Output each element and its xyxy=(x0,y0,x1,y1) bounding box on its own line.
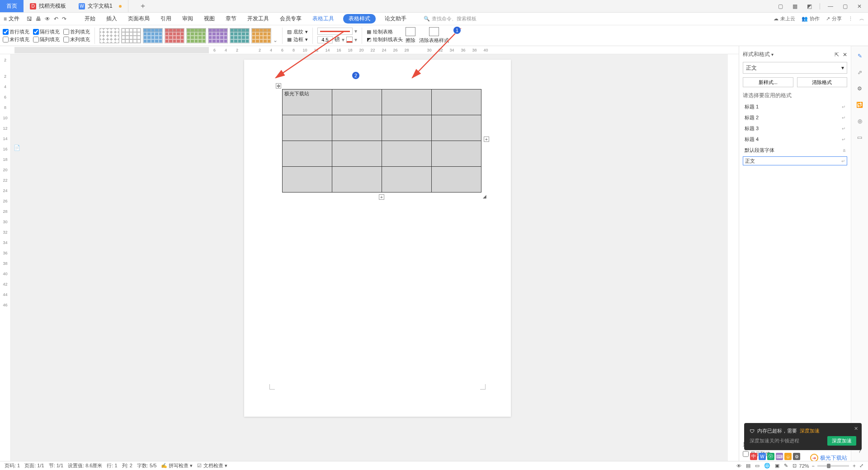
current-style-select[interactable]: 正文 ▾ xyxy=(743,62,847,74)
save-icon[interactable]: 🖫 xyxy=(27,16,32,22)
menu-member[interactable]: 会员专享 xyxy=(278,14,303,24)
style-list-item[interactable]: 默认段落字体a xyxy=(743,146,847,155)
table-cell[interactable] xyxy=(382,115,432,141)
alt-col-fill[interactable]: 隔列填充 xyxy=(33,36,60,43)
status-col[interactable]: 列: 2 xyxy=(122,462,132,469)
more-menu-icon[interactable]: ⋮ xyxy=(848,16,853,22)
status-section[interactable]: 节: 1/1 xyxy=(49,462,63,469)
zoom-fit-icon[interactable]: ⊡ xyxy=(793,463,797,469)
edit-icon[interactable]: ✎ xyxy=(784,463,788,469)
table-add-row-handle[interactable]: + xyxy=(379,194,384,200)
close-button[interactable]: ✕ xyxy=(855,2,863,10)
clear-format-button[interactable]: 清除格式 xyxy=(797,77,848,87)
table-cell[interactable] xyxy=(283,167,332,193)
menu-thesis[interactable]: 论文助手 xyxy=(383,14,408,24)
menu-page-layout[interactable]: 页面布局 xyxy=(126,14,151,24)
shading-button[interactable]: ▨底纹▾ xyxy=(287,28,308,35)
copy-icon[interactable]: 📄 xyxy=(14,145,21,152)
table-cell[interactable] xyxy=(432,89,481,115)
clear-style-button[interactable]: 清除表格样式 xyxy=(419,27,449,44)
table-cell[interactable] xyxy=(332,167,382,193)
table-cell[interactable] xyxy=(283,115,332,141)
menu-devtools[interactable]: 开发工具 xyxy=(245,14,271,24)
last-row-fill[interactable]: 末行填充 xyxy=(3,36,29,43)
style-thumb-green[interactable] xyxy=(186,28,206,43)
table-cell[interactable] xyxy=(432,115,481,141)
table-resize-handle[interactable]: ◢ xyxy=(482,193,487,199)
pen-weight-input[interactable] xyxy=(317,36,333,43)
alt-row-fill[interactable]: 隔行填充 xyxy=(33,28,60,35)
table-cell[interactable] xyxy=(332,115,382,141)
menu-start[interactable]: 开始 xyxy=(83,14,97,24)
chevron-up-icon[interactable]: ︿ xyxy=(859,15,864,22)
table-cell[interactable]: 极光下载站 xyxy=(283,89,332,115)
view-page-icon[interactable]: ▤ xyxy=(746,463,750,469)
style-thumb-orange[interactable] xyxy=(251,28,271,43)
style-thumb-purple[interactable] xyxy=(208,28,228,43)
print-preview-icon[interactable]: 👁 xyxy=(45,16,50,22)
status-page-no[interactable]: 页码: 1 xyxy=(5,462,20,469)
minimize-button[interactable]: — xyxy=(826,2,835,10)
style-list-item[interactable]: 标题 1↵ xyxy=(743,102,847,111)
book-icon[interactable]: ▭ xyxy=(855,133,864,142)
border-button[interactable]: ▦边框▾ xyxy=(287,36,308,43)
view-web-icon[interactable]: 🌐 xyxy=(764,463,770,469)
tab-doc[interactable]: W 文字文稿1 xyxy=(72,0,128,12)
eye-icon[interactable]: 👁 xyxy=(736,463,741,469)
menu-section[interactable]: 章节 xyxy=(224,14,238,24)
status-setval[interactable]: 设置值: 8.6厘米 xyxy=(68,462,102,469)
ime-w-icon[interactable]: W xyxy=(759,453,766,460)
menu-reference[interactable]: 引用 xyxy=(159,14,173,24)
chevron-down-icon[interactable]: ▾ xyxy=(354,28,357,34)
status-doccheck[interactable]: ☑ 文档检查 ▾ xyxy=(197,462,227,469)
tab-add[interactable]: ＋ xyxy=(128,0,157,12)
first-row-fill[interactable]: 首行填充 xyxy=(3,28,29,35)
apps-icon[interactable]: ▦ xyxy=(791,2,799,10)
style-thumb-blue[interactable] xyxy=(143,28,163,43)
chevron-down-icon[interactable]: ▾ xyxy=(342,37,344,43)
zoom-thumb[interactable] xyxy=(827,464,830,468)
undo-icon[interactable]: ↶ xyxy=(54,16,58,22)
draw-table-button[interactable]: ▦绘制表格 xyxy=(367,28,403,35)
document-page[interactable]: ✥ 极光下载站 + + ◢ xyxy=(244,60,511,417)
new-style-button[interactable]: 新样式... xyxy=(743,77,793,87)
target-icon[interactable]: ◎ xyxy=(855,117,864,126)
table-style-gallery[interactable]: ⌄ xyxy=(99,28,278,43)
table-add-col-handle[interactable]: + xyxy=(484,136,489,142)
status-spell[interactable]: ✍ 拼写检查 ▾ xyxy=(161,462,193,469)
cursor-icon[interactable]: ⬀ xyxy=(855,68,864,77)
share-button[interactable]: ↗分享 xyxy=(826,15,842,22)
table-cell[interactable] xyxy=(432,167,481,193)
settings-slider-icon[interactable]: ⚙ xyxy=(855,84,864,93)
zoom-level[interactable]: 72% xyxy=(799,463,809,469)
style-thumb-plain2[interactable] xyxy=(121,28,141,43)
style-thumb-teal[interactable] xyxy=(230,28,250,43)
menu-table-tools[interactable]: 表格工具 xyxy=(311,14,336,24)
ime-set-icon[interactable]: ⚙ xyxy=(793,453,800,460)
table-move-handle[interactable]: ✥ xyxy=(276,83,281,89)
tab-template[interactable]: D 找稻壳模板 xyxy=(24,0,72,12)
ime-kb-icon[interactable]: ⌨ xyxy=(776,453,783,460)
menu-table-style[interactable]: 表格样式 xyxy=(343,14,376,24)
pen-style-select[interactable] xyxy=(317,28,353,35)
redo-icon[interactable]: ↷ xyxy=(62,16,66,22)
cloud-status[interactable]: ☁未上云 xyxy=(774,15,795,22)
last-col-fill[interactable]: 末列填充 xyxy=(63,36,90,43)
status-chars[interactable]: 字数: 5/5 xyxy=(137,462,156,469)
toast-action-button[interactable]: 深度加速 xyxy=(827,436,856,446)
first-col-fill[interactable]: 首列填充 xyxy=(63,28,90,35)
command-search[interactable]: 🔍 查找命令、搜索模板 xyxy=(424,15,476,22)
ruler-horizontal[interactable]: 642246810121416182022242628303234363840 xyxy=(0,46,868,54)
menu-review[interactable]: 审阅 xyxy=(180,14,195,24)
coop-button[interactable]: 👥协作 xyxy=(802,15,820,22)
style-list-item[interactable]: 标题 2↵ xyxy=(743,113,847,122)
table-cell[interactable] xyxy=(382,141,432,167)
status-row[interactable]: 行: 1 xyxy=(107,462,117,469)
erase-button[interactable]: 擦除 xyxy=(406,27,415,44)
table-cell[interactable] xyxy=(382,89,432,115)
view-outline-icon[interactable]: ▭ xyxy=(755,463,760,469)
ime-emoji-icon[interactable]: ☺ xyxy=(784,453,792,460)
ime-v-icon[interactable]: ⓥ xyxy=(767,453,774,460)
style-list-item[interactable]: 标题 3↵ xyxy=(743,124,847,133)
gallery-more-icon[interactable]: ⌄ xyxy=(273,37,278,43)
